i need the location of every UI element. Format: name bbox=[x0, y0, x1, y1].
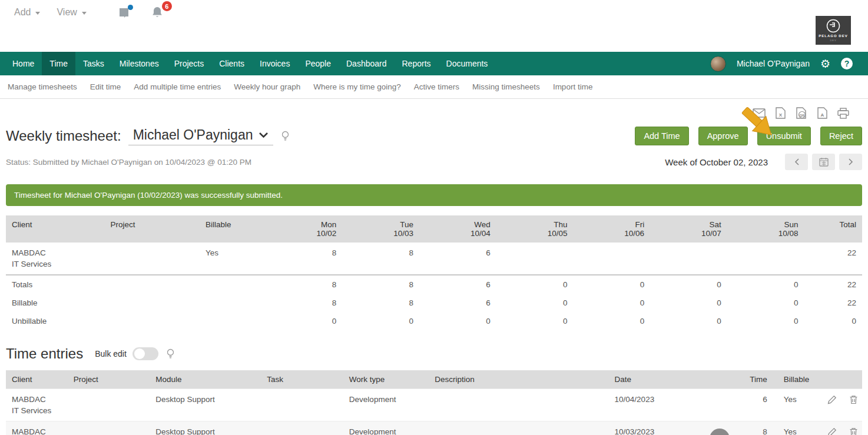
quickbooks-export-icon[interactable]: QB bbox=[796, 107, 807, 119]
user-menu[interactable]: Michael O'Paynigan bbox=[737, 59, 810, 68]
col-client: Client bbox=[6, 215, 104, 243]
approve-button[interactable]: Approve bbox=[698, 127, 748, 145]
chevron-left-icon bbox=[794, 158, 800, 166]
subnav-add-multiple-time-entries[interactable]: Add multiple time entries bbox=[127, 82, 227, 91]
settings-gear-icon[interactable]: ⚙ bbox=[820, 58, 830, 69]
col-time: Time bbox=[734, 370, 773, 389]
day-value: 8 bbox=[342, 243, 419, 275]
time-entry-row: MABDAC IT Services Desktop Support Devel… bbox=[6, 421, 862, 435]
summary-label: Billable bbox=[6, 294, 266, 312]
next-week-button[interactable] bbox=[839, 154, 862, 170]
excel-export-icon[interactable]: X bbox=[776, 107, 786, 119]
svg-text:A: A bbox=[821, 112, 824, 118]
nav-tab-documents[interactable]: Documents bbox=[439, 52, 496, 75]
pdf-export-icon[interactable]: A bbox=[817, 107, 827, 119]
time-entry-row: MABDAC IT Services Desktop Support Devel… bbox=[6, 389, 862, 421]
work-type-cell: Development bbox=[343, 389, 429, 421]
email-icon[interactable] bbox=[753, 108, 766, 118]
subnav-missing-timesheets[interactable]: Missing timesheets bbox=[466, 82, 546, 91]
unbillable-row: Unbillable 0 0 0 0 0 0 0 0 bbox=[6, 312, 862, 330]
week-label: Week of October 02, 2023 bbox=[665, 157, 768, 167]
notifications-button[interactable]: 6 bbox=[146, 5, 168, 20]
nav-tab-people[interactable]: People bbox=[297, 52, 339, 75]
calendar-button[interactable] bbox=[812, 154, 835, 170]
unsubmit-button[interactable]: Unsubmit bbox=[757, 127, 811, 145]
time-entries-header: Time entries Bulk edit bbox=[6, 346, 862, 362]
help-icon[interactable]: ? bbox=[841, 58, 853, 69]
day-value bbox=[727, 243, 804, 275]
reject-button[interactable]: Reject bbox=[820, 127, 862, 145]
timesheet-actions: Add Time Approve Unsubmit Reject bbox=[635, 127, 862, 145]
project-cell bbox=[68, 421, 150, 435]
nav-tab-tasks[interactable]: Tasks bbox=[75, 52, 112, 75]
subnav-active-timers[interactable]: Active timers bbox=[408, 82, 466, 91]
project-cell bbox=[68, 389, 150, 421]
bulk-edit-toggle[interactable] bbox=[132, 347, 158, 360]
col-task: Task bbox=[261, 370, 343, 389]
previous-week-button[interactable] bbox=[785, 154, 808, 170]
row-total: 22 bbox=[804, 243, 862, 275]
subnav-weekly-hour-graph[interactable]: Weekly hour graph bbox=[227, 82, 307, 91]
summary-label: Unbillable bbox=[6, 312, 266, 330]
date-cell: 10/04/2023 bbox=[609, 389, 734, 421]
nav-tab-time[interactable]: Time bbox=[42, 52, 75, 75]
nav-tab-invoices[interactable]: Invoices bbox=[252, 52, 297, 75]
nav-tab-home[interactable]: Home bbox=[5, 52, 42, 75]
hint-lightbulb-icon[interactable] bbox=[167, 348, 174, 360]
user-avatar bbox=[710, 56, 726, 72]
module-cell: Desktop Support bbox=[150, 389, 261, 421]
col-sun: Sun10/08 bbox=[727, 215, 804, 243]
person-selector[interactable]: Michael O'Paynigan bbox=[128, 127, 274, 145]
nav-tab-projects[interactable]: Projects bbox=[167, 52, 212, 75]
task-cell bbox=[261, 389, 343, 421]
view-menu[interactable]: View bbox=[51, 5, 92, 20]
col-sat: Sat10/07 bbox=[650, 215, 727, 243]
svg-text:X: X bbox=[779, 112, 783, 118]
edit-entry-icon[interactable] bbox=[827, 395, 837, 404]
col-thu: Thu10/05 bbox=[496, 215, 574, 243]
print-icon[interactable] bbox=[837, 108, 849, 119]
subnav-edit-time[interactable]: Edit time bbox=[84, 82, 128, 91]
notification-badge: 6 bbox=[162, 1, 172, 11]
delete-entry-icon[interactable] bbox=[849, 427, 858, 435]
col-wed: Wed10/04 bbox=[419, 215, 496, 243]
subnav-import-time[interactable]: Import time bbox=[546, 82, 599, 91]
col-billable: Billable bbox=[773, 370, 811, 389]
nav-tab-dashboard[interactable]: Dashboard bbox=[339, 52, 395, 75]
weekly-table-header: Client Project Billable Mon10/02 Tue10/0… bbox=[6, 215, 862, 243]
chevron-down-icon bbox=[259, 132, 269, 138]
notes-button[interactable] bbox=[114, 6, 134, 19]
hint-lightbulb-icon[interactable] bbox=[281, 131, 289, 142]
success-alert: Timesheet for Michael O'Paynigan (10/02/… bbox=[6, 184, 862, 206]
col-date: Date bbox=[609, 370, 734, 389]
billable-cell: Yes bbox=[773, 421, 811, 435]
day-value bbox=[573, 243, 650, 275]
content-area: X QB A Weekly timesheet: Michael O'Payni… bbox=[0, 107, 868, 435]
task-cell bbox=[261, 421, 343, 435]
day-value bbox=[650, 243, 727, 275]
description-cell bbox=[429, 421, 608, 435]
pelago-logo-icon bbox=[826, 19, 840, 33]
subnav-where-is-my-time-going[interactable]: Where is my time going? bbox=[307, 82, 408, 91]
col-fri: Fri10/06 bbox=[573, 215, 650, 243]
table-row: MABDAC IT Services Yes 8 8 6 22 bbox=[6, 243, 862, 275]
logo-subtext: DEV bbox=[830, 39, 836, 42]
nav-tab-milestones[interactable]: Milestones bbox=[112, 52, 167, 75]
page-title: Weekly timesheet: bbox=[6, 128, 121, 144]
edit-entry-icon[interactable] bbox=[827, 427, 837, 435]
billable-cell: Yes bbox=[773, 389, 811, 421]
utility-bar: Add View 6 PELAGO DEV DEV bbox=[0, 0, 868, 52]
nav-tab-clients[interactable]: Clients bbox=[211, 52, 252, 75]
description-cell bbox=[429, 389, 608, 421]
entries-table-header: Client Project Module Task Work type Des… bbox=[6, 370, 862, 389]
col-module: Module bbox=[150, 370, 261, 389]
col-project: Project bbox=[104, 215, 200, 243]
add-menu[interactable]: Add bbox=[8, 5, 46, 20]
delete-entry-icon[interactable] bbox=[849, 395, 858, 404]
nav-tab-reports[interactable]: Reports bbox=[395, 52, 439, 75]
add-time-button[interactable]: Add Time bbox=[635, 127, 688, 145]
svg-text:QB: QB bbox=[800, 114, 806, 117]
day-value: 8 bbox=[266, 243, 343, 275]
subnav-manage-timesheets[interactable]: Manage timesheets bbox=[1, 82, 84, 91]
col-actions bbox=[811, 370, 862, 389]
